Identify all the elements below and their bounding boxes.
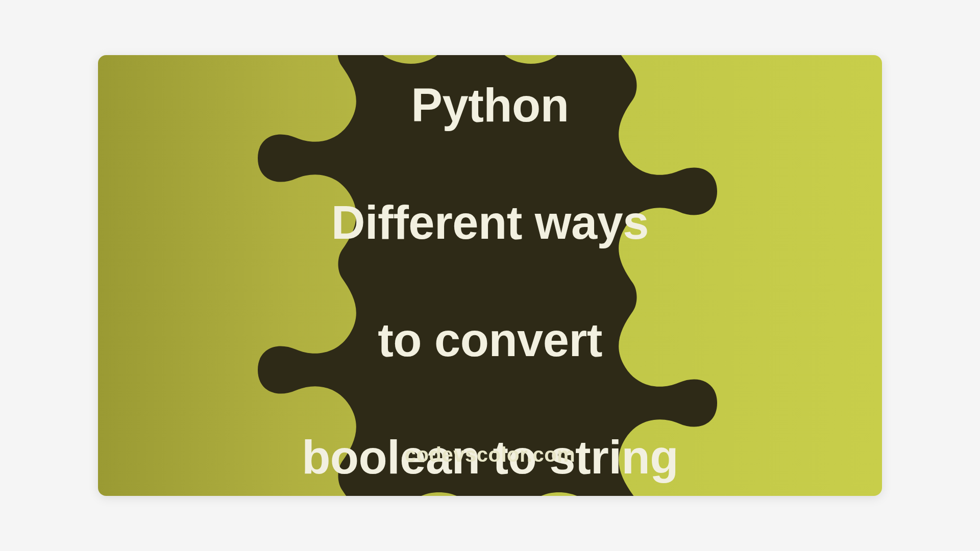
title-text: Python Different ways to convert boolean… xyxy=(302,55,678,487)
domain-text: codevscolor.com xyxy=(98,443,882,466)
title-line-3: to convert xyxy=(378,314,602,366)
title-line-2: Different ways xyxy=(331,196,649,248)
title-line-1: Python xyxy=(411,79,569,131)
banner-card: Python Different ways to convert boolean… xyxy=(98,55,882,496)
